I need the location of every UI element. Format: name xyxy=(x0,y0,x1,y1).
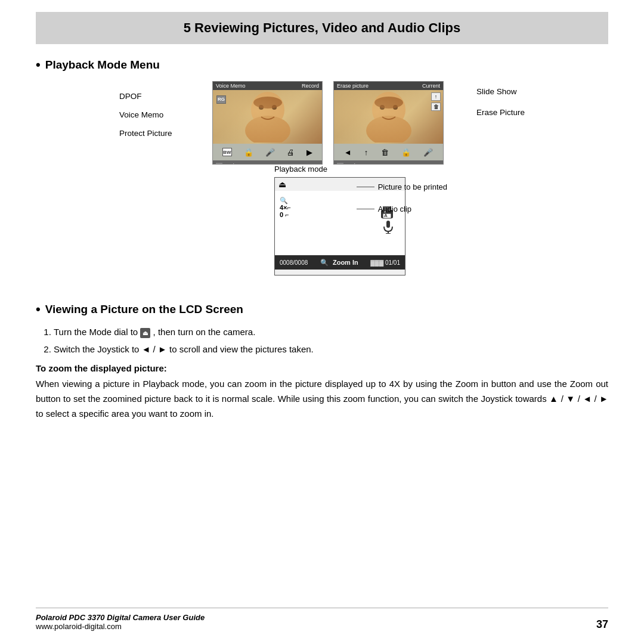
mode-dial-icon: ⏏ xyxy=(140,328,150,338)
left-labels: DPOF Voice Memo Protect Picture xyxy=(119,92,172,138)
step2: Switch the Joystick to ◄ / ► to scroll a… xyxy=(54,343,608,357)
lcd2-icons-row: ◄ ↑ 🗑 🔒 🎤 xyxy=(334,144,443,160)
bullet2: • xyxy=(36,303,41,316)
lcd1-icons-row: BW 🔒 🎤 🖨 ▶ xyxy=(213,144,322,160)
section1-title: • Playback Mode Menu xyxy=(36,58,608,72)
lcd1-overlay xyxy=(213,90,322,144)
pb-audio-icon xyxy=(382,219,394,237)
steps-list: Turn the Mode dial to ⏏ , then turn on t… xyxy=(54,326,608,356)
print-icon: 🖨 xyxy=(287,148,295,157)
lcd1-top-left: Voice Memo xyxy=(216,83,246,89)
erase-picture-label: Erase Picture xyxy=(476,108,525,117)
section2-title: • Viewing a Picture on the LCD Screen xyxy=(36,303,608,316)
lcd2-face: ↑ 🗑 xyxy=(334,90,443,144)
mic-svg xyxy=(382,219,394,234)
audio-label-line: Audio clip xyxy=(357,205,447,213)
mic-icon: 🎤 xyxy=(265,148,275,157)
upload-icon2: ↑ xyxy=(364,148,369,157)
print-label-line: Picture to be printed xyxy=(357,182,447,191)
svg-rect-15 xyxy=(386,221,390,228)
lcd2-bottom-bar: ≡ Back OK ← xyxy=(334,160,443,165)
lcd1-face: RG xyxy=(213,90,322,144)
print-label-text: Picture to be printed xyxy=(378,182,447,191)
step1-text: Turn the Mode dial to xyxy=(54,327,138,337)
pb-diagram-row: ⏏ 🔍 4×⌐ 0 ⌐ xyxy=(197,177,447,275)
step1: Turn the Mode dial to ⏏ , then turn on t… xyxy=(54,326,608,339)
dpof-label: DPOF xyxy=(119,92,172,101)
lcd1-top-bar: Voice Memo Record xyxy=(213,82,322,90)
print-label-dash xyxy=(357,187,374,187)
rg-icon: RG xyxy=(216,92,226,104)
footer-left: Polaroid PDC 3370 Digital Camera User Gu… xyxy=(36,613,205,631)
step2-prefix: Switch the Joystick to xyxy=(54,344,139,354)
zoom-symbol: 🔍 xyxy=(320,259,329,266)
pb-slot: ▓▓▓ 01/01 xyxy=(370,259,400,266)
lcd-screen-2: Erase picture Current xyxy=(333,81,444,165)
slide-show-label: Slide Show xyxy=(476,87,525,96)
protect-picture-label: Protect Picture xyxy=(119,129,172,138)
pb-footer: 0008/0008 🔍 Zoom In ▓▓▓ 01/01 xyxy=(275,255,405,270)
lock-icon2: 🔒 xyxy=(401,148,411,157)
left-arrow-icon: ◄ xyxy=(344,148,352,157)
zoom-section-title: To zoom the displayed picture: xyxy=(36,363,608,373)
pb-zoom-label: 🔍 Zoom In xyxy=(320,259,358,267)
arrow-right-icon: ▶ xyxy=(306,148,312,157)
mic-icon2: 🎤 xyxy=(423,148,433,157)
bullet1: • xyxy=(36,58,41,72)
right-labels: Slide Show Erase Picture xyxy=(476,87,525,117)
section2: • Viewing a Picture on the LCD Screen Tu… xyxy=(36,303,608,421)
step2-left: ◄ xyxy=(142,344,151,354)
lcd-screen-1: Voice Memo Record xyxy=(212,81,323,165)
svg-text:A: A xyxy=(384,213,388,218)
zoom-icon: 🔍 xyxy=(280,197,288,204)
lcd1-top-right: Record xyxy=(302,83,319,89)
upload-icon: ↑ xyxy=(431,92,441,101)
trash-icon: 🗑 xyxy=(431,103,441,111)
battery-icon: ▓▓▓ xyxy=(370,259,383,266)
audio-label-text: Audio clip xyxy=(378,205,411,213)
diagram-area: DPOF Voice Memo Protect Picture Slide Sh… xyxy=(36,81,608,287)
chapter-header: 5 Reviewing Pictures, Video and Audio Cl… xyxy=(36,12,608,44)
step2-right: ► xyxy=(158,344,167,354)
voice-memo-label: Voice Memo xyxy=(119,110,172,119)
lcd2-top-left: Erase picture xyxy=(337,83,369,89)
lcd2: Erase picture Current xyxy=(333,81,444,165)
playback-diagram: Playback mode ⏏ 🔍 4×⌐ 0 ⌐ xyxy=(197,165,447,275)
footer-brand: Polaroid PDC 3370 Digital Camera User Gu… xyxy=(36,613,205,622)
lcd2-top-bar: Erase picture Current xyxy=(334,82,443,90)
chapter-title: 5 Reviewing Pictures, Video and Audio Cl… xyxy=(48,20,596,36)
playback-icon: ⏏ xyxy=(278,179,286,189)
zoom-level: 4×⌐ 0 ⌐ xyxy=(280,204,291,218)
bw-icon: BW xyxy=(222,148,232,156)
step2-suffix: to scroll and view the pictures taken. xyxy=(169,344,314,354)
page-number: 37 xyxy=(596,618,608,631)
lcd1: Voice Memo Record xyxy=(212,81,323,165)
erase-icons: ↑ 🗑 xyxy=(431,92,441,111)
audio-label-dash xyxy=(357,209,374,209)
zoom-body-text: When viewing a picture in Playback mode,… xyxy=(36,377,608,421)
playback-mode-label: Playback mode xyxy=(274,165,447,174)
lock-icon: 🔒 xyxy=(244,148,253,157)
page: 5 Reviewing Pictures, Video and Audio Cl… xyxy=(0,0,644,644)
top-label-area: DPOF Voice Memo Protect Picture Slide Sh… xyxy=(119,81,525,165)
lcd1-bottom-bar: ≡ Back OK ← xyxy=(213,160,322,165)
step1-suffix: , then turn on the camera. xyxy=(153,327,256,337)
lcd2-top-right: Current xyxy=(422,83,440,89)
step2-slash: / xyxy=(153,344,158,354)
footer-website: www.polaroid-digital.com xyxy=(36,622,205,631)
trash-icon2: 🗑 xyxy=(381,148,389,157)
screens-row: Voice Memo Record xyxy=(119,81,525,165)
pb-counter: 0008/0008 xyxy=(280,259,308,266)
page-footer: Polaroid PDC 3370 Digital Camera User Gu… xyxy=(36,608,608,631)
lcd2-overlay xyxy=(334,90,443,144)
section1-label: Playback Mode Menu xyxy=(45,58,160,72)
section2-label: Viewing a Picture on the LCD Screen xyxy=(45,303,243,316)
pb-right-labels: Picture to be printed Audio clip xyxy=(357,182,447,213)
